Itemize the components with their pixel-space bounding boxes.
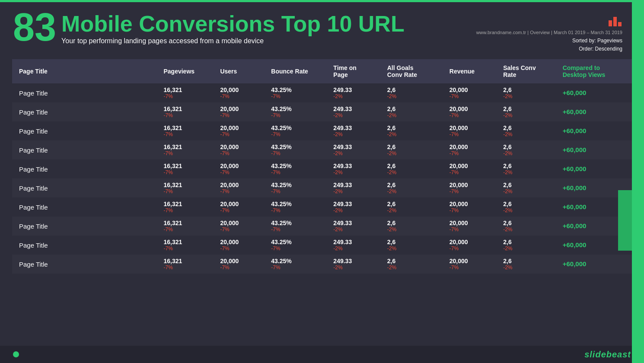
cell-users: 20,000 -7% — [216, 102, 267, 121]
cell-page-title: Page Title — [12, 159, 159, 178]
cell-revenue: 20,000 -7% — [445, 159, 499, 178]
order-label: Order: Descending — [579, 46, 622, 52]
cell-time-on-page: 249.33 -2% — [329, 83, 383, 102]
cell-page-title: Page Title — [12, 102, 159, 121]
cell-pageviews: 16,321 -7% — [159, 236, 216, 255]
data-table: Page Title Pageviews Users Bounce Rate T… — [12, 59, 632, 274]
table-row: Page Title 16,321 -7% 20,000 -7% 43.25% … — [12, 102, 632, 121]
cell-bounce-rate: 43.25% -7% — [267, 178, 329, 197]
cell-users: 20,000 -7% — [216, 197, 267, 217]
cell-compare: +60,000 — [558, 140, 632, 159]
cell-compare: +60,000 — [558, 159, 632, 178]
cell-goals: 2,6 -2% — [383, 102, 445, 121]
bottom-bar: slidebeast — [0, 346, 644, 363]
cell-bounce-rate: 43.25% -7% — [267, 217, 329, 236]
cell-bounce-rate: 43.25% -7% — [267, 197, 329, 217]
cell-sales: 2,6 -2% — [499, 121, 558, 140]
main-title: Mobile Conversions Top 10 URL — [61, 12, 405, 36]
table-row: Page Title 16,321 -7% 20,000 -7% 43.25% … — [12, 178, 632, 197]
cell-revenue: 20,000 -7% — [445, 236, 499, 255]
cell-time-on-page: 249.33 -2% — [329, 255, 383, 274]
cell-users: 20,000 -7% — [216, 121, 267, 140]
cell-time-on-page: 249.33 -2% — [329, 236, 383, 255]
header: 83 Mobile Conversions Top 10 URL Your to… — [0, 2, 644, 57]
cell-compare: +60,000 — [558, 121, 632, 140]
cell-goals: 2,6 -2% — [383, 140, 445, 159]
cell-sales: 2,6 -2% — [499, 255, 558, 274]
cell-sales: 2,6 -2% — [499, 236, 558, 255]
sorted-by-label: Sorted by: Pageviews — [572, 38, 622, 44]
col-revenue: Revenue — [445, 59, 499, 83]
cell-revenue: 20,000 -7% — [445, 178, 499, 197]
cell-users: 20,000 -7% — [216, 236, 267, 255]
col-page-title: Page Title — [12, 59, 159, 83]
site-info: www.brandname.com.tr | Overview | March … — [476, 30, 622, 35]
cell-revenue: 20,000 -7% — [445, 121, 499, 140]
cell-bounce-rate: 43.25% -7% — [267, 236, 329, 255]
cell-goals: 2,6 -2% — [383, 197, 445, 217]
table-row: Page Title 16,321 -7% 20,000 -7% 43.25% … — [12, 121, 632, 140]
cell-revenue: 20,000 -7% — [445, 217, 499, 236]
cell-time-on-page: 249.33 -2% — [329, 140, 383, 159]
right-accent-bar — [632, 0, 644, 363]
cell-time-on-page: 249.33 -2% — [329, 159, 383, 178]
cell-revenue: 20,000 -7% — [445, 102, 499, 121]
cell-pageviews: 16,321 -7% — [159, 178, 216, 197]
cell-bounce-rate: 43.25% -7% — [267, 102, 329, 121]
col-sales-conv-rate: Sales ConvRate — [499, 59, 558, 83]
cell-bounce-rate: 43.25% -7% — [267, 121, 329, 140]
cell-sales: 2,6 -2% — [499, 178, 558, 197]
col-compare: Compared toDesktop Views — [558, 59, 632, 83]
table-container: Page Title Pageviews Users Bounce Rate T… — [0, 59, 644, 274]
cell-sales: 2,6 -2% — [499, 140, 558, 159]
cell-sales: 2,6 -2% — [499, 197, 558, 217]
cell-time-on-page: 249.33 -2% — [329, 102, 383, 121]
cell-page-title: Page Title — [12, 140, 159, 159]
cell-revenue: 20,000 -7% — [445, 197, 499, 217]
col-users: Users — [216, 59, 267, 83]
cell-time-on-page: 249.33 -2% — [329, 197, 383, 217]
cell-pageviews: 16,321 -7% — [159, 255, 216, 274]
table-row: Page Title 16,321 -7% 20,000 -7% 43.25% … — [12, 159, 632, 178]
table-row: Page Title 16,321 -7% 20,000 -7% 43.25% … — [12, 140, 632, 159]
cell-goals: 2,6 -2% — [383, 217, 445, 236]
cell-sales: 2,6 -2% — [499, 102, 558, 121]
table-row: Page Title 16,321 -7% 20,000 -7% 43.25% … — [12, 255, 632, 274]
cell-goals: 2,6 -2% — [383, 83, 445, 102]
cell-revenue: 20,000 -7% — [445, 83, 499, 102]
cell-goals: 2,6 -2% — [383, 255, 445, 274]
cell-compare: +60,000 — [558, 102, 632, 121]
cell-bounce-rate: 43.25% -7% — [267, 255, 329, 274]
cell-page-title: Page Title — [12, 236, 159, 255]
title-block: Mobile Conversions Top 10 URL Your top p… — [61, 12, 405, 45]
cell-goals: 2,6 -2% — [383, 178, 445, 197]
cell-sales: 2,6 -2% — [499, 83, 558, 102]
header-right: www.brandname.com.tr | Overview | March … — [476, 10, 622, 53]
cell-page-title: Page Title — [12, 217, 159, 236]
cell-users: 20,000 -7% — [216, 217, 267, 236]
cell-pageviews: 16,321 -7% — [159, 217, 216, 236]
cell-pageviews: 16,321 -7% — [159, 102, 216, 121]
brand-name: slidebeast — [584, 350, 631, 360]
col-bounce-rate: Bounce Rate — [267, 59, 329, 83]
cell-users: 20,000 -7% — [216, 255, 267, 274]
cell-users: 20,000 -7% — [216, 178, 267, 197]
cell-users: 20,000 -7% — [216, 83, 267, 102]
cell-pageviews: 16,321 -7% — [159, 140, 216, 159]
header-left: 83 Mobile Conversions Top 10 URL Your to… — [13, 10, 405, 47]
cell-users: 20,000 -7% — [216, 159, 267, 178]
cell-time-on-page: 249.33 -2% — [329, 121, 383, 140]
cell-page-title: Page Title — [12, 255, 159, 274]
cell-page-title: Page Title — [12, 197, 159, 217]
cell-pageviews: 16,321 -7% — [159, 83, 216, 102]
page-wrapper: 83 Mobile Conversions Top 10 URL Your to… — [0, 0, 644, 363]
cell-pageviews: 16,321 -7% — [159, 197, 216, 217]
cell-sales: 2,6 -2% — [499, 159, 558, 178]
col-time-on-page: Time onPage — [329, 59, 383, 83]
table-row: Page Title 16,321 -7% 20,000 -7% 43.25% … — [12, 217, 632, 236]
cell-goals: 2,6 -2% — [383, 236, 445, 255]
cell-page-title: Page Title — [12, 121, 159, 140]
cell-sales: 2,6 -2% — [499, 217, 558, 236]
table-header-row: Page Title Pageviews Users Bounce Rate T… — [12, 59, 632, 83]
cell-pageviews: 16,321 -7% — [159, 121, 216, 140]
